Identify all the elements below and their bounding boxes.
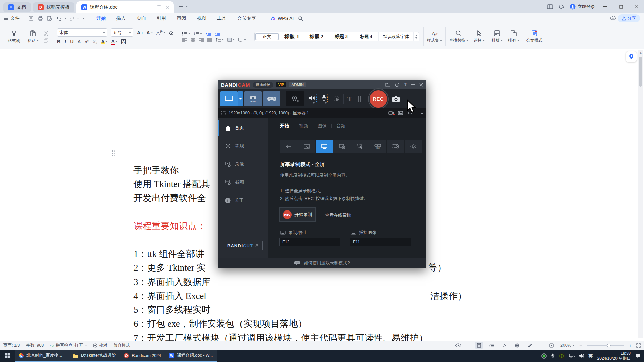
bold-button[interactable]: B (57, 39, 60, 44)
tray-microphone-icon[interactable] (551, 353, 555, 358)
print-button[interactable] (36, 15, 44, 22)
zoom-slider-knob[interactable] (607, 344, 611, 347)
menu-member[interactable]: 会员专享 (232, 15, 261, 22)
font-color-button[interactable]: A (111, 39, 117, 45)
fullscreen-icon[interactable] (636, 343, 641, 348)
eye-protect-icon[interactable] (455, 343, 461, 347)
image-capture-icon[interactable] (398, 111, 403, 115)
sidebar-item-video[interactable]: 录像 (218, 157, 268, 172)
copy-button[interactable] (44, 38, 49, 43)
recording-source-icon[interactable] (388, 111, 394, 115)
paste-button[interactable]: 粘贴 (25, 30, 41, 44)
locate-pin-button[interactable] (626, 51, 637, 62)
tab-course-doc[interactable]: W 课程介绍.doc (76, 1, 174, 13)
increase-font-button[interactable]: A+ (137, 30, 143, 35)
underline-button[interactable]: U (70, 39, 74, 44)
sidebar-item-general[interactable]: 常规 (218, 138, 268, 154)
align-center-button[interactable] (191, 38, 195, 42)
update-clock-icon[interactable] (395, 83, 399, 87)
mode-fullscreen-button[interactable] (316, 140, 333, 153)
tray-bandicam-recording-icon[interactable] (541, 353, 547, 359)
tray-speaker-icon[interactable] (579, 354, 584, 358)
print-preview-button[interactable] (46, 15, 54, 22)
minimize-button[interactable] (600, 2, 610, 11)
help-icon[interactable]: ? (404, 82, 407, 87)
style-heading1[interactable]: 标题 1 (279, 32, 304, 41)
close-button[interactable] (631, 2, 641, 11)
bandicam-titlebar[interactable]: BANDICAM 班迪录屏 VIP ADMIN ? (218, 80, 426, 89)
character-border-button[interactable]: A (121, 39, 126, 44)
find-replace-button[interactable]: 查找替换 (446, 25, 471, 48)
shading-button[interactable] (227, 38, 235, 42)
notification-center-icon[interactable] (635, 353, 641, 358)
file-menu[interactable]: 文件 (4, 15, 20, 21)
menu-insert[interactable]: 插入 (112, 15, 130, 22)
save-button[interactable] (27, 15, 35, 22)
mode-custom-area-button[interactable] (298, 140, 315, 153)
mode-back-button[interactable] (280, 140, 298, 153)
styles-scroll-up-icon[interactable] (415, 35, 417, 36)
view-outline-button[interactable] (488, 342, 496, 349)
new-tab-icon[interactable] (178, 4, 184, 9)
cut-button[interactable] (44, 31, 49, 36)
typeset-button[interactable]: 排版 (489, 25, 505, 48)
compat-mode-badge[interactable]: 兼容模式 (113, 343, 130, 348)
bandicam-tab-image[interactable]: 图像 (318, 123, 327, 129)
tab-home-documents[interactable]: 文档 (3, 2, 31, 12)
webcam-toggle-button[interactable] (286, 91, 304, 106)
split-view-icon[interactable] (157, 5, 161, 9)
taskbar-item-explorer[interactable]: D:\Tkinter实战进阶 (68, 350, 120, 362)
proofread-button[interactable]: 校对 (93, 343, 107, 348)
decrease-indent-button[interactable] (206, 32, 211, 36)
pause-button[interactable] (358, 96, 361, 102)
taskbar-clock[interactable]: 18:38 2024/10/20 星期日 (597, 351, 631, 361)
zoom-level-select[interactable]: 200% (560, 343, 575, 348)
view-write-mode-button[interactable] (526, 342, 534, 349)
redo-history-chevron-icon[interactable] (77, 18, 79, 19)
line-spacing-button[interactable] (216, 38, 224, 42)
arrange-button[interactable]: 排列 (505, 25, 522, 48)
font-size-select[interactable]: 五号 (111, 28, 133, 37)
tray-network-icon[interactable] (569, 354, 575, 358)
bandicam-minimize-icon[interactable] (411, 84, 415, 85)
login-button[interactable]: 立即登录 (570, 4, 595, 10)
speaker-control[interactable] (309, 94, 318, 104)
fit-page-button[interactable] (548, 342, 556, 349)
mode-audio-only-button[interactable] (405, 140, 422, 153)
hotkey-record-input[interactable]: F12 (279, 238, 340, 246)
bandicam-window[interactable]: BANDICAM 班迪录屏 VIP ADMIN ? HDMI (218, 80, 426, 268)
wps-ai-button[interactable]: WPS AI (268, 16, 297, 21)
subscript-button[interactable]: X₂ (93, 39, 97, 44)
styles-scroll-down-icon[interactable] (415, 37, 417, 39)
border-button[interactable] (238, 38, 246, 42)
menu-reference[interactable]: 引用 (152, 15, 171, 22)
select-button[interactable]: 选择 (471, 25, 487, 48)
mode-around-mouse-button[interactable] (333, 140, 351, 153)
highlight-color-button[interactable]: A (101, 39, 107, 44)
scrollbar-thumb[interactable] (639, 57, 642, 87)
screenshot-button[interactable] (392, 96, 400, 102)
redo-button[interactable] (68, 15, 76, 22)
vertical-scrollbar[interactable]: ▲ (638, 50, 643, 338)
mode-game-button[interactable] (387, 140, 404, 153)
word-count[interactable]: 字数: 968 (26, 343, 44, 348)
bandicam-tab-video[interactable]: 视频 (299, 123, 308, 129)
font-name-select[interactable]: 宋体 (57, 28, 107, 37)
style-normal[interactable]: 正文 (255, 33, 279, 40)
align-right-button[interactable] (199, 38, 204, 42)
game-mode-help-bar[interactable]: 如何使用游戏录制模式? (218, 258, 426, 268)
close-tab-icon[interactable] (165, 6, 169, 9)
menu-home[interactable]: 开始 (92, 15, 110, 22)
record-mode-chevron-icon[interactable] (238, 91, 243, 106)
italic-button[interactable]: I (64, 39, 66, 44)
undo-button[interactable] (55, 15, 63, 22)
spellcheck-status[interactable]: A 拼写检查: 打开 (50, 343, 87, 348)
zoom-slider[interactable] (587, 345, 624, 346)
start-button[interactable] (0, 350, 15, 362)
support-icon[interactable] (558, 4, 564, 9)
style-set-button[interactable]: A 样式集 (424, 25, 445, 48)
input-method-indicator[interactable]: 英 (589, 353, 593, 359)
zoom-in-button[interactable]: + (629, 343, 632, 348)
bandicam-tab-start[interactable]: 开始 (280, 123, 289, 129)
quickbar-customize-chevron-icon[interactable] (83, 18, 85, 19)
